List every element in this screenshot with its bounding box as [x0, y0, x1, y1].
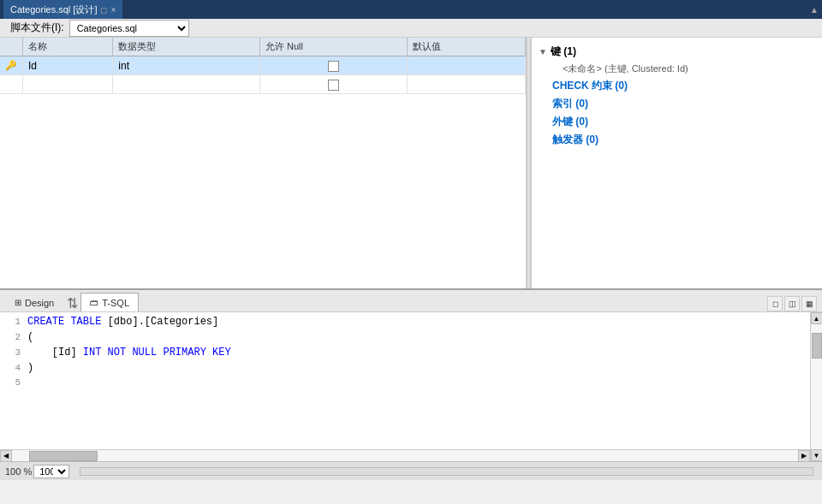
tab-tsql[interactable]: 🗃 T-SQL	[80, 293, 139, 311]
editor-controls: ◻ ◫ ▦	[767, 296, 817, 311]
nullable-checkbox-1[interactable]	[328, 61, 339, 72]
status-bar: 100 % 100 % 75 % 125 %	[0, 461, 822, 480]
line-num-1: 1	[0, 317, 27, 327]
sql-line-2: 2 (	[0, 331, 810, 347]
properties-panel: ▼ 键 (1) <未命名> (主键, Clustered: Id) CHECK …	[531, 38, 822, 288]
line-num-4: 4	[0, 363, 27, 373]
col-type-1[interactable]: int	[113, 56, 260, 75]
sql-main: 1 CREATE TABLE [dbo].[Categories] 2 ( 3 …	[0, 312, 810, 461]
triggers-label: 触发器 (0)	[552, 133, 599, 145]
hscroll-left-btn[interactable]: ◀	[0, 450, 12, 462]
pin-icon[interactable]: ◻	[100, 5, 107, 15]
design-tab-label: Design	[25, 298, 54, 308]
title-tab-categories[interactable]: Categories.sql [设计] ◻ ×	[3, 0, 123, 19]
window-controls: ▲	[810, 5, 819, 15]
editor-btn-1[interactable]: ◻	[767, 296, 783, 311]
check-constraints-label: CHECK 约束 (0)	[552, 80, 628, 92]
keys-label: 键 (1)	[551, 44, 576, 59]
editor-btn-2[interactable]: ◫	[784, 296, 800, 311]
status-hscroll[interactable]	[80, 467, 813, 476]
tabs-row: ⊞ Design ⇅ 🗃 T-SQL ◻ ◫ ▦	[0, 290, 822, 312]
sql-line-5: 5	[0, 377, 810, 393]
col-header-indicator	[0, 38, 23, 56]
hscroll-track[interactable]	[12, 450, 798, 462]
menu-script-file[interactable]: 脚本文件(I):	[5, 19, 69, 37]
line-content-2: (	[27, 331, 810, 343]
unnamed-key-label: <未命名> (主键, Clustered: Id)	[563, 63, 688, 74]
triggers-item[interactable]: 触发器 (0)	[539, 131, 815, 149]
foreign-keys-label: 外键 (0)	[552, 116, 588, 127]
row-indicator-1: 🔑	[0, 56, 23, 75]
tab-design[interactable]: ⊞ Design	[5, 293, 63, 311]
sql-editor[interactable]: 1 CREATE TABLE [dbo].[Categories] 2 ( 3 …	[0, 312, 810, 449]
line-num-5: 5	[0, 377, 27, 388]
indexes-label: 索引 (0)	[552, 98, 588, 110]
nullable-checkbox-2[interactable]	[328, 80, 339, 91]
vscroll-up-btn[interactable]: ▲	[811, 312, 823, 324]
keys-section-header[interactable]: ▼ 键 (1)	[539, 41, 815, 61]
collapse-arrow: ▼	[539, 47, 547, 56]
col-name-1[interactable]: Id	[23, 56, 113, 75]
col-header-nullable: 允许 Null	[259, 38, 407, 56]
main-area: 名称 数据类型 允许 Null 默认值 🔑 Id int	[0, 38, 822, 480]
title-tabs: Categories.sql [设计] ◻ ×	[3, 0, 123, 19]
table-designer: 名称 数据类型 允许 Null 默认值 🔑 Id int	[0, 38, 527, 288]
hscroll-right-btn[interactable]: ▶	[798, 450, 810, 462]
vertical-scrollbar[interactable]: ▲ ▼	[810, 312, 822, 461]
sql-line-3: 3 [Id] INT NOT NULL PRIMARY KEY	[0, 347, 810, 362]
hscroll-thumb[interactable]	[29, 451, 98, 461]
table-row[interactable]: 🔑 Id int	[0, 56, 526, 75]
row-indicator-2	[0, 75, 23, 94]
col-default-1[interactable]	[407, 56, 525, 75]
key-icon: 🔑	[5, 60, 17, 70]
col-null-1[interactable]	[259, 56, 407, 75]
zoom-select[interactable]: 100 % 75 % 125 %	[33, 465, 69, 478]
title-bar: Categories.sql [设计] ◻ × ▲	[0, 0, 822, 19]
foreign-keys-item[interactable]: 外键 (0)	[539, 113, 815, 131]
zoom-control[interactable]: 100 % 100 % 75 % 125 %	[5, 465, 69, 478]
unnamed-key-item[interactable]: <未命名> (主键, Clustered: Id)	[539, 61, 815, 77]
table-row[interactable]	[0, 75, 526, 94]
line-content-3: [Id] INT NOT NULL PRIMARY KEY	[27, 347, 810, 359]
menu-bar: 脚本文件(I): Categories.sql	[0, 19, 822, 38]
col-name-2[interactable]	[23, 75, 113, 94]
vscroll-thumb[interactable]	[812, 333, 822, 359]
col-null-2[interactable]	[259, 75, 407, 94]
close-icon[interactable]: ×	[110, 5, 116, 15]
vscroll-track[interactable]	[811, 324, 823, 449]
script-file-select[interactable]: Categories.sql	[69, 20, 189, 37]
col-header-default: 默认值	[407, 38, 525, 56]
sql-line-1: 1 CREATE TABLE [dbo].[Categories]	[0, 316, 810, 331]
col-header-name: 名称	[23, 38, 113, 56]
tab-separator: ⇅	[63, 295, 80, 311]
editor-btn-3[interactable]: ▦	[801, 296, 817, 311]
line-num-2: 2	[0, 332, 27, 342]
sql-line-4: 4 )	[0, 362, 810, 377]
zoom-label: 100 %	[5, 466, 32, 477]
check-constraints-item[interactable]: CHECK 约束 (0)	[539, 77, 815, 95]
sql-content: 1 CREATE TABLE [dbo].[Categories] 2 ( 3 …	[0, 312, 810, 449]
col-default-2[interactable]	[407, 75, 525, 94]
col-type-2[interactable]	[113, 75, 260, 94]
line-num-3: 3	[0, 347, 27, 358]
title-tab-label: Categories.sql [设计]	[10, 3, 97, 16]
horizontal-scrollbar[interactable]: ◀ ▶	[0, 449, 810, 461]
vscroll-down-btn[interactable]: ▼	[811, 449, 823, 461]
bottom-panel: ⊞ Design ⇅ 🗃 T-SQL ◻ ◫ ▦	[0, 290, 822, 461]
tsql-tab-icon: 🗃	[90, 298, 98, 307]
line-content-4: )	[27, 362, 810, 374]
designer-area: 名称 数据类型 允许 Null 默认值 🔑 Id int	[0, 38, 822, 290]
design-tab-icon: ⊞	[15, 298, 21, 307]
table-designer-panel: 名称 数据类型 允许 Null 默认值 🔑 Id int	[0, 38, 527, 288]
col-header-type: 数据类型	[113, 38, 260, 56]
tsql-tab-label: T-SQL	[102, 298, 129, 308]
sql-editor-wrapper: 1 CREATE TABLE [dbo].[Categories] 2 ( 3 …	[0, 312, 822, 461]
columns-table: 名称 数据类型 允许 Null 默认值 🔑 Id int	[0, 38, 526, 94]
line-content-1: CREATE TABLE [dbo].[Categories]	[27, 316, 810, 328]
indexes-item[interactable]: 索引 (0)	[539, 95, 815, 113]
